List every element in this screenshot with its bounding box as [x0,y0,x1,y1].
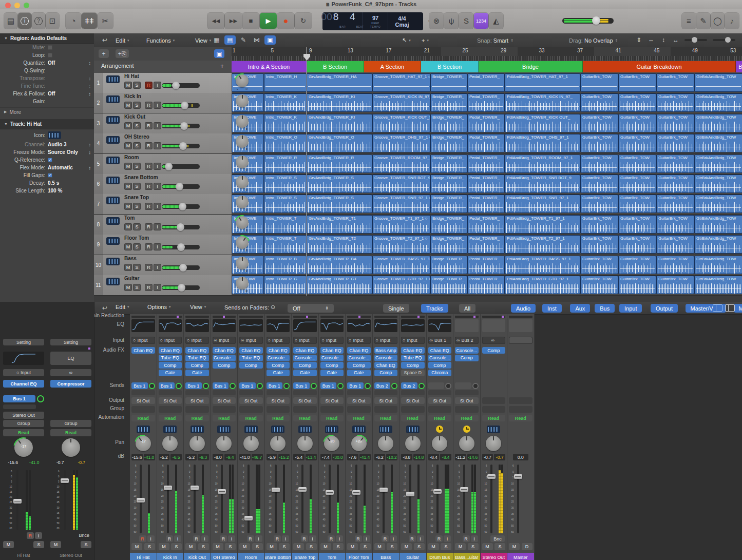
region-row-5[interactable]: Fine Tune:▴▾ [0,82,94,90]
plugin-slot[interactable]: Tube EQ [159,355,182,361]
input-monitor-button[interactable]: I [35,532,42,539]
automation-mode[interactable]: Read [131,415,155,421]
automation-mode[interactable]: Read [213,415,236,421]
automation-mode[interactable]: Read [401,415,425,421]
mute-button[interactable]: M [374,543,385,550]
plugin-slot[interactable]: Compressor [50,380,91,388]
plugin-slot[interactable]: Comp [455,355,479,361]
group-slot[interactable] [185,406,209,413]
record-enable-button[interactable]: R [274,535,281,542]
eq-thumbnail[interactable] [347,319,371,332]
pointer-tool-menu[interactable]: ↖▾ [402,36,411,45]
track-waveform-icon[interactable] [106,136,120,144]
pan-knob-face[interactable] [236,257,249,269]
filter-inst[interactable]: Inst [542,304,562,313]
plugin-slot[interactable]: Chan EQ [428,347,452,354]
track-row-3[interactable]: Q-Reference:✓ [0,156,94,164]
fader-cap[interactable] [191,486,199,490]
smart-controls-icon[interactable]: ◔ [66,13,81,29]
track-name[interactable]: Snare Bottom [124,175,158,180]
eq-thumbnail[interactable] [374,319,398,332]
track-value[interactable]: Automatic [48,165,73,170]
track-waveform-icon[interactable] [106,217,120,225]
pan-knob[interactable] [236,196,249,208]
solo-button[interactable]: S [133,122,141,129]
mute-button[interactable]: M [124,223,132,230]
pan-knob[interactable] [236,257,249,269]
output-slot[interactable]: St Out [293,397,317,404]
record-enable-button[interactable]: R [145,203,153,210]
arrangement-marker[interactable]: A Section [364,61,421,72]
eq-thumbnail[interactable] [428,319,452,332]
mute-button[interactable]: M [213,543,223,550]
catch-playhead-icon[interactable]: ▣ [264,35,276,45]
pan-knob[interactable] [243,436,259,451]
group-slot[interactable] [267,406,290,413]
eq-thumbnail[interactable] [239,319,263,332]
stepper-icon[interactable]: ▴▾ [89,84,90,88]
record-enable-button[interactable]: R [139,535,146,542]
zoom-slider-handle[interactable] [692,37,697,43]
region-row-6[interactable]: Flex & Follow:Off▴▾ [0,90,94,98]
send-knob[interactable] [391,383,397,389]
eq-thumbnail[interactable] [159,319,182,332]
fader-track[interactable] [221,465,223,533]
volume-slider[interactable] [162,265,200,270]
track-header-oh-stereo[interactable]: 4OH StereoMSRILR [94,133,232,153]
track-value[interactable]: 100 % [48,188,62,194]
plugin-slot[interactable]: Chan EQ [401,347,425,354]
send-knob[interactable] [37,395,44,402]
fader-track[interactable] [355,465,357,533]
strip-name-tab[interactable]: Floor Tom [346,553,372,560]
fader-cap[interactable] [406,492,414,496]
eq-thumbnail[interactable] [131,319,155,332]
record-enable-button[interactable]: R [220,535,227,542]
toolbar-icon[interactable]: ⊡ [46,13,59,29]
record-enable-button[interactable]: R [145,223,153,230]
fader-cap[interactable] [13,499,22,504]
pan-knob[interactable] [236,115,249,128]
input-slot[interactable]: ○Input [401,337,425,344]
stepper-icon[interactable]: ▴▾ [89,61,90,65]
automation-mode[interactable]: Read [185,415,209,421]
send-bus-empty[interactable] [455,382,471,389]
lcd-display[interactable]: 00 8 BAR 4 BEAT 97 KEEP TEMPO 4/4 Cmaj ▾ [322,12,423,30]
filter-bus[interactable]: Bus [595,304,615,313]
record-enable-button[interactable]: R [145,264,153,271]
output-slot[interactable]: St Out [374,397,398,404]
zoom-slider-0[interactable] [684,39,707,41]
record-enable-button[interactable]: R [145,82,153,89]
fader-track[interactable] [383,465,385,533]
output-slot[interactable]: St Out [159,397,182,404]
view-toggle-single[interactable]: Single [383,304,409,313]
stepper-icon[interactable]: ▴▾ [89,76,90,81]
eq-thumbnail[interactable] [509,319,532,332]
volume-handle[interactable] [177,223,184,231]
loop-browser-icon[interactable]: ◯ [711,13,725,29]
input-slot[interactable]: ∞Bus 1 [428,337,452,344]
input-monitor-button[interactable]: I [147,535,155,542]
plugin-slot[interactable]: Comp [374,370,398,376]
pan-knob[interactable] [297,436,313,451]
send-bus[interactable]: Bus 1 [185,382,202,389]
plugin-slot[interactable]: Chan EQ [185,347,209,354]
output-slot[interactable]: St Out [401,397,425,404]
group-slot[interactable] [482,406,506,413]
track-waveform-icon[interactable] [487,426,500,433]
track-row-4[interactable]: Flex Mode:Automatic▴▾ [0,164,94,171]
library-icon[interactable]: ▤ [4,13,17,29]
record-enable-button[interactable]: R [166,535,173,542]
input-slot[interactable] [509,337,532,344]
volume-handle[interactable] [179,264,187,272]
track-name[interactable]: Snare Top [124,195,149,200]
solo-button[interactable]: S [81,541,91,548]
solo-button[interactable]: S [441,543,451,550]
snap-menu[interactable]: Snap: Smart⇕ [477,36,513,45]
send-slot-empty[interactable] [185,390,209,395]
mute-button[interactable]: M [124,264,132,271]
fader-track[interactable] [167,465,169,533]
output-slot[interactable]: St Out [428,397,452,404]
track-checkbox[interactable]: ✓ [48,158,52,162]
mute-button[interactable]: M [347,543,358,550]
input-monitor-button[interactable]: I [228,535,235,542]
